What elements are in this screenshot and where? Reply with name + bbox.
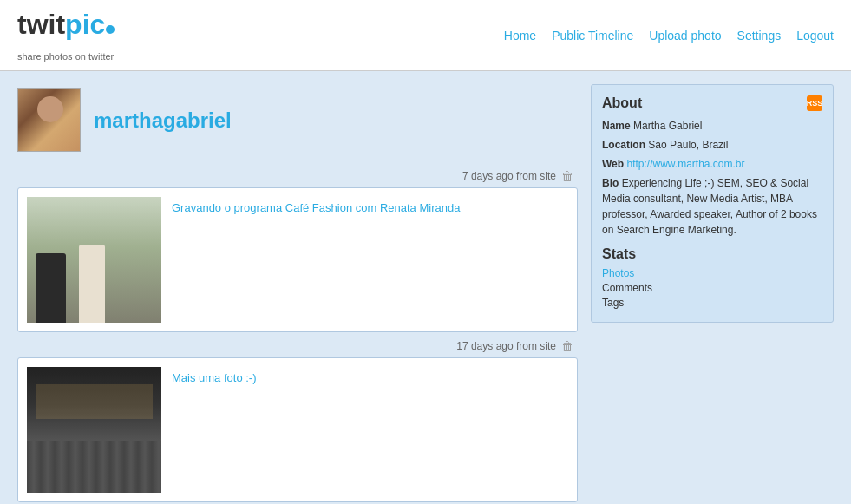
- location-value-text: São Paulo, Brazil: [648, 139, 728, 151]
- logo-area: twitpic share photos on twitter: [17, 9, 115, 62]
- timestamp-2: 17 days ago from site: [456, 340, 556, 352]
- left-column: marthagabriel 7 days ago from site 🗑 Gra…: [17, 84, 578, 504]
- avatar: [17, 88, 81, 152]
- avatar-image: [18, 89, 81, 152]
- name-label: Name: [602, 120, 631, 132]
- logo-dot: [106, 25, 115, 34]
- tagline: share photos on twitter: [17, 51, 115, 62]
- logo-pic: pic: [65, 9, 105, 41]
- nav-public-timeline[interactable]: Public Timeline: [552, 29, 633, 43]
- about-box: About RSS Name Martha Gabriel Location S…: [591, 84, 834, 323]
- bio-text: Experiencing Life ;-) SEM, SEO & Social …: [602, 177, 817, 236]
- rss-icon[interactable]: RSS: [807, 95, 822, 111]
- about-name-row: Name Martha Gabriel: [602, 118, 822, 134]
- bio-label: Bio: [602, 177, 619, 189]
- delete-icon-2[interactable]: 🗑: [561, 339, 573, 353]
- stats-photos-link[interactable]: Photos: [602, 267, 822, 279]
- stats-comments: Comments: [602, 282, 822, 294]
- photo-thumb-2[interactable]: [27, 367, 161, 493]
- nav-logout[interactable]: Logout: [796, 29, 834, 43]
- about-bio-row: Bio Experiencing Life ;-) SEM, SEO & Soc…: [602, 175, 822, 238]
- about-title: About: [602, 95, 642, 111]
- timestamp-row-2: 17 days ago from site 🗑: [17, 339, 578, 353]
- web-label: Web: [602, 158, 624, 170]
- right-sidebar: About RSS Name Martha Gabriel Location S…: [591, 84, 834, 504]
- name-value-text: Martha Gabriel: [633, 120, 702, 132]
- nav-home[interactable]: Home: [504, 29, 536, 43]
- logo-twit: twit: [17, 9, 65, 41]
- about-location-row: Location São Paulo, Brazil: [602, 137, 822, 153]
- header: twitpic share photos on twitter Home Pub…: [0, 0, 851, 71]
- photo-thumb-1[interactable]: [27, 197, 161, 323]
- photo-caption-2[interactable]: Mais uma foto :-): [172, 371, 257, 493]
- location-label: Location: [602, 139, 645, 151]
- stats-title: Stats: [602, 246, 822, 262]
- delete-icon-1[interactable]: 🗑: [561, 169, 573, 183]
- photo-card-1: Gravando o programa Café Fashion com Ren…: [17, 187, 578, 332]
- nav-upload-photo[interactable]: Upload photo: [649, 29, 721, 43]
- nav: Home Public Timeline Upload photo Settin…: [504, 29, 834, 43]
- stats-tags: Tags: [602, 297, 822, 309]
- about-web-row: Web http://www.martha.com.br: [602, 156, 822, 172]
- logo: twitpic: [17, 9, 115, 49]
- photo-card-2: Mais uma foto :-): [17, 357, 578, 502]
- nav-settings[interactable]: Settings: [737, 29, 782, 43]
- profile-username: marthagabriel: [94, 108, 232, 133]
- main-content: marthagabriel 7 days ago from site 🗑 Gra…: [0, 71, 851, 504]
- stats-section: Stats Photos Comments Tags: [602, 246, 822, 309]
- timestamp-1: 7 days ago from site: [462, 170, 556, 182]
- photo-caption-1[interactable]: Gravando o programa Café Fashion com Ren…: [172, 201, 460, 323]
- timestamp-row-1: 7 days ago from site 🗑: [17, 169, 578, 183]
- web-link[interactable]: http://www.martha.com.br: [626, 158, 744, 170]
- profile-header: marthagabriel: [17, 84, 578, 156]
- about-header: About RSS: [602, 95, 822, 111]
